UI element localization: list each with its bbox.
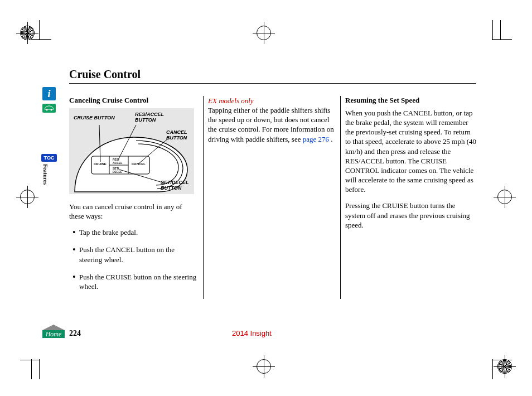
- cancel-intro: You can cancel cruise control in any of …: [69, 202, 199, 221]
- crop-mark: [492, 39, 512, 40]
- list-item: Push the CANCEL button on the steering w…: [72, 245, 199, 264]
- fig-btn-cancel: CANCEL: [132, 162, 146, 166]
- page-number: 224: [69, 329, 81, 338]
- fig-label-set-decel: SET/DECEL BUTTON: [161, 180, 194, 191]
- list-item: Tap the brake pedal.: [72, 228, 199, 237]
- crop-mark: [500, 20, 501, 40]
- page-footer: Home 224 2014 Insight: [42, 325, 476, 340]
- car-icon[interactable]: [42, 104, 56, 113]
- column-2: EX models only Tapping either of the pad…: [203, 96, 340, 299]
- section-tab-features[interactable]: Features: [42, 164, 49, 185]
- model-year: 2014 Insight: [232, 329, 272, 337]
- info-icon[interactable]: i: [42, 87, 56, 100]
- crop-mark: [492, 360, 512, 360]
- fig-btn-set: SET/ DECEL: [113, 167, 126, 173]
- home-roof-icon: [42, 325, 65, 330]
- fig-btn-cruise: CRUISE: [94, 162, 107, 166]
- steering-wheel-diagram: CRUISE BUTTON RES/ACCEL BUTTON CANCEL BU…: [69, 108, 194, 194]
- page-link-276[interactable]: page 276: [303, 135, 329, 143]
- registration-mark-icon: [497, 359, 512, 374]
- crop-mark: [39, 20, 40, 40]
- svg-point-0: [46, 109, 48, 111]
- registration-target-icon: [257, 359, 271, 374]
- list-item: Push the CRUISE button on the steering w…: [72, 272, 199, 291]
- resuming-p2: Pressing the CRUISE button turns the sys…: [345, 201, 476, 229]
- column-3: Resuming the Set Speed When you push the…: [340, 96, 476, 299]
- cancel-methods-list: Tap the brake pedal. Push the CANCEL but…: [72, 228, 199, 291]
- page-content: Cruise Control Canceling Cruise Control: [69, 68, 476, 299]
- subhead-resuming: Resuming the Set Speed: [345, 96, 476, 105]
- ex-models-note: EX models only Tapping either of the pad…: [208, 96, 336, 144]
- home-label: Home: [42, 330, 65, 338]
- home-button[interactable]: Home: [42, 325, 65, 338]
- registration-mark-icon: [20, 26, 35, 40]
- column-1: Canceling Cruise Control: [69, 96, 203, 299]
- registration-target-icon: [257, 26, 271, 40]
- registration-target-icon: [497, 190, 512, 204]
- crop-mark: [492, 20, 493, 40]
- toc-button[interactable]: TOC: [41, 154, 57, 162]
- fig-btn-res: RES/ ACCEL: [113, 158, 126, 165]
- crop-mark: [492, 359, 493, 379]
- page-title: Cruise Control: [69, 68, 476, 84]
- ex-models-label: EX models only: [208, 96, 254, 105]
- resuming-p1: When you push the CANCEL button, or tap …: [345, 108, 476, 194]
- fig-label-cruise: CRUISE BUTTON: [74, 115, 115, 120]
- fig-label-res-accel: RES/ACCEL BUTTON: [135, 112, 168, 123]
- crop-mark: [20, 360, 40, 360]
- note-body-2: .: [329, 135, 333, 143]
- crop-mark: [31, 39, 51, 40]
- crop-mark: [39, 359, 40, 379]
- crop-mark: [31, 359, 32, 379]
- svg-point-1: [51, 109, 52, 111]
- sidebar-widgets: i TOC Features: [42, 87, 65, 185]
- fig-label-cancel: CANCEL BUTTON: [166, 129, 194, 141]
- subhead-canceling: Canceling Cruise Control: [69, 96, 199, 105]
- registration-target-icon: [20, 190, 35, 204]
